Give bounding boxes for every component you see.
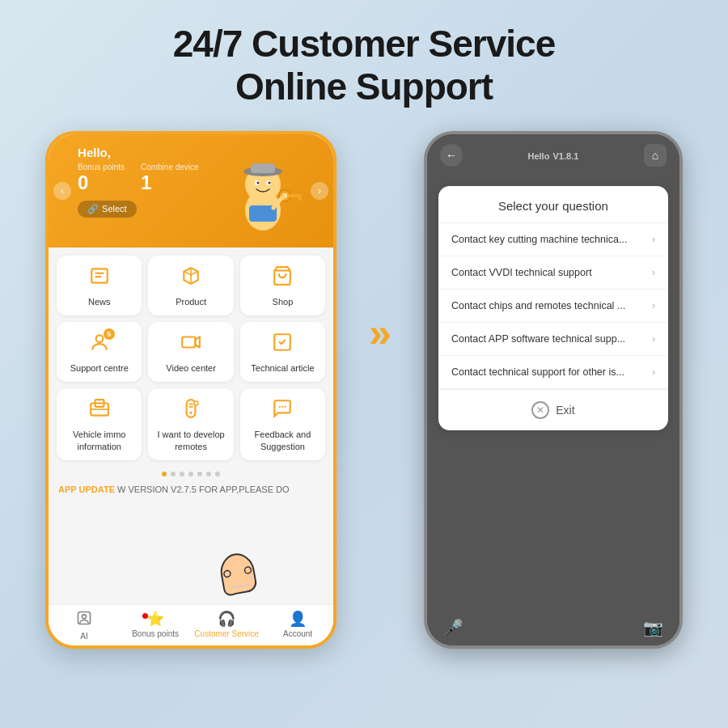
- dot-4: [188, 472, 193, 476]
- chevron-icon-5: ›: [652, 366, 655, 378]
- dialog-item-2[interactable]: Contact VVDI technical support ›: [438, 256, 668, 290]
- menu-label-news: News: [88, 296, 111, 307]
- chevron-icon-3: ›: [652, 300, 655, 311]
- svg-point-34: [83, 615, 87, 619]
- nav-account[interactable]: 👤 Account: [262, 605, 333, 645]
- dialog-item-1[interactable]: Contact key cutting machine technica... …: [438, 223, 668, 256]
- ai-icon: [76, 610, 92, 630]
- phone-right: ← Hello V1.8.1 ⌂ Select your question Co…: [424, 131, 683, 649]
- chevron-icon-2: ›: [652, 267, 655, 278]
- exit-button[interactable]: ✕ Exit: [438, 389, 668, 430]
- microphone-icon[interactable]: 🎤: [443, 618, 463, 637]
- svg-point-7: [257, 181, 260, 184]
- menu-label-remotes: I want to develop remotes: [154, 429, 226, 452]
- nav-bonus-label: Bonus points: [132, 629, 179, 638]
- svg-point-24: [189, 412, 192, 414]
- hero-nav-right[interactable]: ›: [311, 182, 328, 200]
- select-button[interactable]: 🔗 Select: [78, 201, 137, 218]
- combine-label: Combine device: [141, 163, 199, 171]
- dot-1: [162, 472, 167, 476]
- menu-item-shop[interactable]: Shop: [240, 256, 325, 315]
- update-label: APP UPDATE: [58, 485, 115, 494]
- menu-item-remotes[interactable]: I want to develop remotes: [148, 388, 233, 460]
- menu-item-news[interactable]: News: [57, 256, 142, 315]
- combine-value: 1: [141, 171, 199, 194]
- feedback-icon: [272, 398, 293, 424]
- dots-indicator: [49, 468, 333, 480]
- svg-point-17: [95, 335, 103, 342]
- dot-5: [197, 472, 202, 476]
- dot-2: [171, 472, 176, 476]
- dialog-item-3[interactable]: Contact chips and remotes technical ... …: [438, 290, 668, 323]
- right-phone-header: ← Hello V1.8.1 ⌂: [427, 134, 679, 175]
- menu-item-technical[interactable]: Technical article: [240, 322, 325, 382]
- svg-point-30: [279, 406, 281, 408]
- nav-ai-label: AI: [80, 632, 87, 641]
- nav-account-label: Account: [283, 629, 312, 638]
- support-icon: 5: [89, 332, 110, 358]
- shop-icon: [272, 265, 293, 291]
- menu-label-shop: Shop: [273, 296, 294, 307]
- menu-item-video[interactable]: Video center: [148, 322, 233, 382]
- svg-rect-18: [182, 337, 195, 348]
- menu-item-feedback[interactable]: Feedback and Suggestion: [240, 388, 325, 460]
- menu-label-feedback: Feedback and Suggestion: [247, 429, 319, 452]
- menu-label-video: Video center: [166, 362, 216, 374]
- svg-point-31: [281, 406, 283, 408]
- video-icon: [180, 332, 201, 358]
- back-button[interactable]: ←: [440, 144, 463, 167]
- app-update-bar: APP UPDATE W VERSION V2.7.5 FOR APP,PLEA…: [49, 480, 333, 499]
- right-bottom-bar: 🎤 📷: [427, 610, 679, 645]
- technical-icon: [272, 332, 293, 358]
- nav-ai[interactable]: AI: [49, 605, 120, 645]
- chevron-icon-4: ›: [652, 333, 655, 345]
- bonus-value: 0: [78, 171, 125, 194]
- dialog-item-4[interactable]: Contact APP software technical supp... ›: [438, 323, 668, 356]
- bonus-label: Bonus points: [78, 163, 125, 171]
- news-icon: [89, 265, 110, 291]
- page-header: 24/7 Customer Service Online Support: [0, 0, 728, 123]
- bonus-notification-dot: [142, 613, 148, 619]
- menu-label-product: Product: [176, 296, 206, 307]
- menu-item-support[interactable]: 5 Support centre: [57, 322, 142, 382]
- dialog-title: Select your question: [438, 186, 668, 223]
- svg-point-32: [285, 406, 286, 408]
- camera-icon[interactable]: 📷: [643, 618, 663, 637]
- menu-label-technical: Technical article: [251, 362, 314, 374]
- svg-point-8: [269, 181, 271, 184]
- menu-label-support: Support centre: [70, 362, 129, 374]
- exit-label: Exit: [556, 404, 574, 417]
- character-illustration: [218, 147, 307, 236]
- dot-3: [180, 472, 184, 476]
- hand-pointer: [205, 541, 273, 614]
- update-text: W VERSION V2.7.5 FOR APP,PLEASE DO: [117, 485, 290, 494]
- hero-banner: ‹ › Hello, Bonus points 0 Combine device…: [49, 134, 333, 248]
- bottom-nav: AI ⭐ Bonus points 🎧 Customer Service 👤 A…: [49, 604, 333, 645]
- arrow-container: »: [369, 131, 392, 356]
- hero-greeting: Hello,: [78, 146, 199, 159]
- dot-7: [215, 472, 220, 476]
- nav-cs-label: Customer Service: [194, 629, 258, 638]
- menu-item-vehicle[interactable]: Vehicle immo information: [57, 388, 142, 460]
- home-button[interactable]: ⌂: [644, 144, 667, 167]
- right-title: Hello V1.8.1: [527, 148, 578, 162]
- svg-rect-12: [298, 197, 302, 201]
- phones-container: ‹ › Hello, Bonus points 0 Combine device…: [0, 123, 728, 657]
- hero-nav-left[interactable]: ‹: [53, 182, 71, 200]
- phone-left: ‹ › Hello, Bonus points 0 Combine device…: [45, 131, 336, 649]
- menu-grid: News Product Shop 5: [49, 248, 333, 468]
- support-badge: 5: [104, 328, 115, 340]
- nav-bonus[interactable]: ⭐ Bonus points: [120, 605, 191, 645]
- svg-rect-11: [289, 194, 302, 197]
- menu-label-vehicle: Vehicle immo information: [63, 429, 135, 452]
- menu-item-product[interactable]: Product: [148, 256, 233, 315]
- dot-6: [206, 472, 211, 476]
- account-icon: 👤: [289, 610, 307, 628]
- bonus-icon: ⭐: [146, 610, 164, 628]
- chevron-icon-1: ›: [652, 234, 655, 245]
- exit-x-icon: ✕: [531, 401, 549, 419]
- product-icon: [180, 265, 201, 291]
- dialog-box: Select your question Contact key cutting…: [438, 186, 668, 430]
- dialog-item-5[interactable]: Contact technical support for other is..…: [438, 356, 668, 389]
- double-arrow: »: [369, 309, 392, 356]
